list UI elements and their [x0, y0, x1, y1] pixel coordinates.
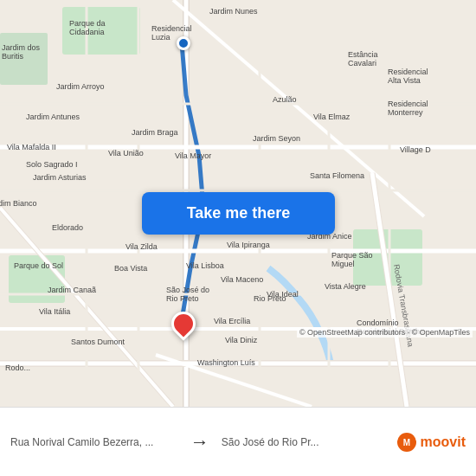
- svg-rect-2: [9, 255, 65, 303]
- map-container: Parque daCidadania ResidencialLuzia Jard…: [0, 0, 476, 407]
- svg-text:M: M: [402, 438, 409, 447]
- moovit-logo-icon: M: [396, 432, 417, 453]
- osm-attribution: © OpenStreetMap contributors · © OpenMap…: [297, 327, 473, 338]
- origin-marker: [177, 36, 190, 50]
- svg-rect-0: [62, 7, 140, 55]
- svg-line-12: [173, 0, 424, 216]
- moovit-text: moovit: [421, 434, 466, 450]
- bottom-bar: Rua Norival Camilo Bezerra, ... → São Jo…: [0, 407, 476, 476]
- origin-label: Rua Norival Camilo Bezerra, ...: [10, 436, 178, 448]
- direction-arrow: →: [178, 431, 222, 453]
- svg-rect-1: [0, 33, 48, 85]
- moovit-logo: M moovit: [396, 432, 466, 453]
- destination-label: São José do Rio Pr...: [222, 436, 389, 448]
- origin-label-container: Rua Norival Camilo Bezerra, ...: [10, 436, 178, 448]
- take-me-there-button[interactable]: Take me there: [142, 192, 335, 235]
- destination-marker: [171, 312, 196, 343]
- destination-label-container: São José do Rio Pr...: [222, 436, 389, 448]
